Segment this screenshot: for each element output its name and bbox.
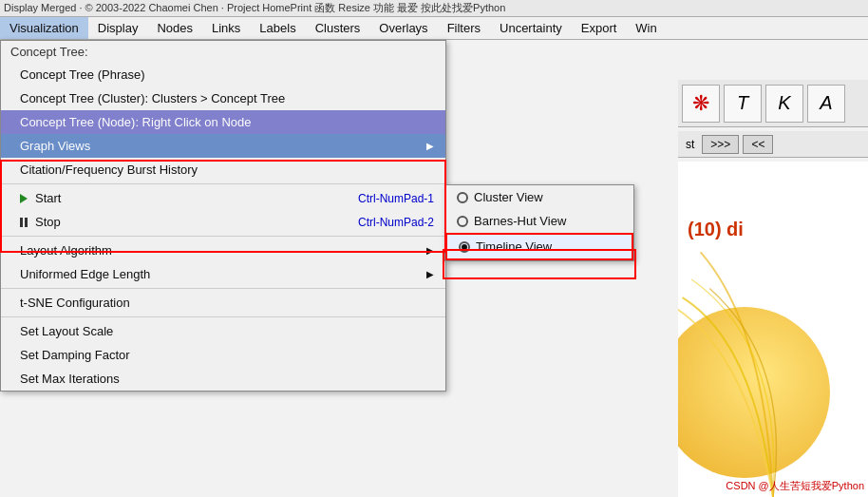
nav-back-btn[interactable]: << xyxy=(743,135,773,154)
vis-lines xyxy=(678,162,868,497)
dropdown-item-citation-burst[interactable]: Citation/Frequency Burst History xyxy=(1,158,445,182)
radio-cluster-view xyxy=(457,192,468,203)
separator-3 xyxy=(1,288,445,289)
nav-label: st xyxy=(682,136,698,153)
toolbar-icon-k[interactable]: K xyxy=(765,85,803,123)
separator-4 xyxy=(1,316,445,317)
dropdown-item-concept-tree-phrase[interactable]: Concept Tree (Phrase) xyxy=(1,63,445,86)
dropdown-menu[interactable]: Concept Tree: Concept Tree (Phrase) Conc… xyxy=(0,40,446,392)
toolbar-icon-a[interactable]: A xyxy=(807,85,845,123)
dropdown-item-concept-tree-node[interactable]: Concept Tree (Node): Right Click on Node xyxy=(1,110,445,134)
dropdown-item-layout-scale[interactable]: Set Layout Scale xyxy=(1,319,445,343)
main-area: ❋ T K A st >>> << (10) di xyxy=(0,40,868,497)
menu-bar: Visualization Display Nodes Links Labels… xyxy=(0,17,868,40)
nav-forward-btn[interactable]: >>> xyxy=(702,135,739,154)
menu-win[interactable]: Win xyxy=(626,17,666,39)
dropdown-section-label: Concept Tree: xyxy=(1,41,445,63)
dropdown-item-start[interactable]: Start Ctrl-NumPad-1 xyxy=(1,186,445,210)
top-bar-text: Display Merged · © 2003-2022 Chaomei Che… xyxy=(4,1,505,15)
submenu-item-cluster-view[interactable]: Cluster View xyxy=(445,185,633,209)
menu-labels[interactable]: Labels xyxy=(250,17,305,39)
menu-filters[interactable]: Filters xyxy=(438,17,490,39)
dropdown-item-layout-algorithm[interactable]: Layout Algorithm xyxy=(1,239,445,262)
vis-text: (10) di xyxy=(688,219,744,240)
toolbar-icon-t[interactable]: T xyxy=(724,85,762,123)
toolbar-row: ❋ T K A xyxy=(678,80,868,127)
menu-clusters[interactable]: Clusters xyxy=(306,17,370,39)
dropdown-item-edge-length[interactable]: Uniformed Edge Length xyxy=(1,262,445,286)
menu-nodes[interactable]: Nodes xyxy=(147,17,202,39)
watermark: CSDN @人生苦短我爱Python xyxy=(726,479,864,493)
submenu-item-barnes-hut[interactable]: Barnes-Hut View xyxy=(445,209,633,233)
toolbar-icon-red[interactable]: ❋ xyxy=(682,85,720,123)
a-icon: A xyxy=(820,92,832,114)
canvas-vis: (10) di xyxy=(678,162,868,497)
dropdown-item-max-iterations[interactable]: Set Max Iterations xyxy=(1,367,445,391)
menu-export[interactable]: Export xyxy=(572,17,627,39)
nav-row: st >>> << xyxy=(678,131,868,158)
red-icon: ❋ xyxy=(692,91,709,116)
canvas-area: (10) di xyxy=(678,162,868,497)
separator-1 xyxy=(1,183,445,184)
dropdown-item-damping-factor[interactable]: Set Damping Factor xyxy=(1,343,445,367)
pause-icon xyxy=(20,218,28,227)
radio-barnes-hut xyxy=(457,216,468,227)
menu-uncertainty[interactable]: Uncertainty xyxy=(490,17,572,39)
menu-overlays[interactable]: Overlays xyxy=(369,17,437,39)
menu-visualization[interactable]: Visualization xyxy=(0,17,88,39)
dropdown-item-concept-tree-cluster[interactable]: Concept Tree (Cluster): Clusters > Conce… xyxy=(1,86,445,110)
menu-links[interactable]: Links xyxy=(202,17,250,39)
separator-2 xyxy=(1,236,445,237)
submenu-item-timeline-view[interactable]: Timeline View xyxy=(445,233,633,260)
t-icon: T xyxy=(737,92,748,114)
radio-timeline-view xyxy=(459,241,470,253)
dropdown-item-graph-views[interactable]: Graph Views xyxy=(1,134,445,158)
menu-display[interactable]: Display xyxy=(88,17,148,39)
k-icon: K xyxy=(778,92,790,114)
top-bar: Display Merged · © 2003-2022 Chaomei Che… xyxy=(0,0,868,17)
dropdown-item-stop[interactable]: Stop Ctrl-NumPad-2 xyxy=(1,210,445,234)
dropdown-item-tsne[interactable]: t-SNE Configuration xyxy=(1,291,445,315)
play-icon xyxy=(20,194,28,203)
submenu-graph-views[interactable]: Cluster View Barnes-Hut View Timeline Vi… xyxy=(444,184,634,261)
